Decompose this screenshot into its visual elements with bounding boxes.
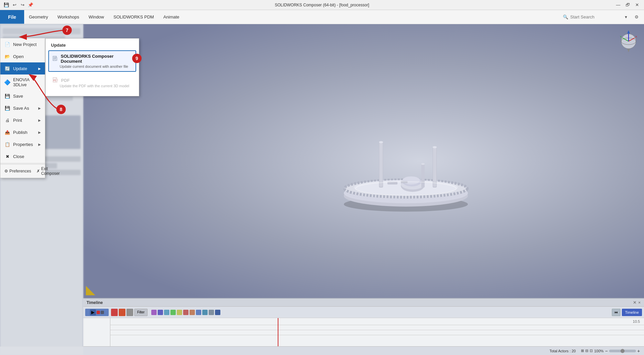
update-pdf-title: PDF PDF [52,77,132,83]
fm-save-as[interactable]: 💾 Save As ▶ [0,102,45,114]
fm-open-label: Open [13,54,41,59]
tl-orange-btn[interactable] [119,309,125,316]
search-input[interactable] [570,14,617,19]
publish-arrow: ▶ [38,131,41,134]
view-mode-icon-list[interactable]: ⊞ [581,349,584,353]
model-svg [335,115,476,216]
svg-text:Y: Y [620,35,622,38]
fm-preferences-link[interactable]: ⚙ Preferences [4,169,31,173]
svg-rect-14 [421,164,425,188]
file-menu-button[interactable]: File [0,10,24,24]
timeline-panel: Timeline ✕ × ▶ Filter [83,298,644,346]
zoom-slider[interactable] [609,350,636,352]
fm-new-project[interactable]: 📄 New Project [0,38,45,50]
new-project-icon: 📄 [4,41,10,47]
tl-red2-btn[interactable] [183,310,189,315]
fm-bottom-bar: ⚙ Preferences ✗ Exit Composer [0,164,45,178]
zoom-out-button[interactable]: − [605,348,608,354]
timeline-toolbar: ▶ Filter ⏮ T [83,307,644,318]
window-controls: — 🗗 ✕ [614,1,641,9]
fm-save[interactable]: 💾 Save [0,90,45,102]
menu-animate[interactable]: Animate [159,10,184,24]
menu-bar: File Geometry Workshops Window SOLIDWORK… [0,10,644,24]
settings-icon[interactable]: ⚙ [632,12,641,22]
close-window-button[interactable]: ✕ [633,1,641,9]
svg-point-10 [379,141,383,143]
timeline-maximize-button[interactable]: × [638,300,641,305]
composer-doc-icon [52,56,58,62]
tl-purple-btn[interactable] [151,310,157,315]
fm-print[interactable]: 🖨 Print ▶ [0,114,45,126]
print-icon: 🖨 [4,117,10,123]
zoom-fit-icon[interactable]: ⊡ [590,349,593,353]
svg-rect-9 [379,142,383,187]
menu-workshops[interactable]: Workshops [53,10,84,24]
tl-back-frame[interactable]: ⏮ [612,309,621,316]
fm-close-icon: ✖ [4,153,10,159]
tl-right-controls: ⏮ Timeline [612,309,642,316]
total-actors-label: Total Actors : 20 [549,349,576,353]
tl-blue-btn[interactable] [158,310,163,315]
file-menu-panel: 📄 New Project 📂 Open 🔄 Update ▶ 🔷 ENOVIA… [0,38,45,178]
fm-print-label: Print [13,118,36,123]
menu-geometry[interactable]: Geometry [24,10,53,24]
pin-icon[interactable]: 📌 [27,1,34,9]
menu-window[interactable]: Window [84,10,109,24]
timeline-play-section: ▶ [85,309,109,316]
tl-cyan-btn[interactable] [164,310,169,315]
update-pdf-option: PDF PDF Update the PDF with the current … [48,74,136,91]
fm-enovia[interactable]: 🔷 ENOVIA 3DLive [0,74,45,90]
svg-rect-32 [54,57,56,57]
menu-right-controls: ▾ ⚙ [621,10,644,24]
3d-model [335,115,476,217]
svg-rect-12 [433,147,436,187]
tl-red-btn[interactable] [111,309,118,316]
tl-blue2-btn[interactable] [196,310,201,315]
tl-navy-btn[interactable] [215,310,220,315]
fm-close[interactable]: ✖ Close [0,150,45,162]
minimize-button[interactable]: — [614,1,623,9]
publish-icon: 📤 [4,129,10,135]
fm-update[interactable]: 🔄 Update ▶ [0,62,45,74]
tl-yellow-btn[interactable] [177,310,182,315]
tl-green-btn[interactable] [170,310,176,315]
timeline-close-button[interactable]: ✕ [633,300,637,305]
fm-exit-link[interactable]: ✗ Exit Composer [37,166,60,176]
orientation-widget[interactable]: X Y Z [619,30,639,54]
view-mode-icon-grid[interactable]: ⊟ [585,349,588,353]
update-submenu-arrow: ▶ [38,67,41,70]
tl-gray-btn[interactable] [126,309,133,316]
tl-slate-btn[interactable] [209,310,214,315]
tl-timeline-btn[interactable]: Timeline [622,309,642,316]
save-quick-icon[interactable]: 💾 [3,1,10,9]
redo-icon[interactable]: ↪ [19,1,26,9]
tl-filter-btn[interactable]: Filter [134,309,148,316]
play-button[interactable]: ▶ [90,309,96,315]
corner-mark [86,286,95,295]
svg-rect-36 [56,57,57,60]
undo-icon[interactable]: ↩ [11,1,18,9]
record-button[interactable] [97,311,100,314]
fm-save-label: Save [13,94,41,99]
fm-divider [0,163,45,163]
update-composer-doc-option[interactable]: SOLIDWORKS Composer Document Update curr… [48,50,136,72]
svg-point-13 [433,146,437,148]
zoom-percent: 100% [594,349,603,353]
fm-publish[interactable]: 📤 Publish ▶ [0,126,45,138]
print-arrow: ▶ [38,118,41,122]
zoom-in-button[interactable]: + [637,348,640,354]
svg-rect-33 [54,58,56,58]
fm-properties[interactable]: 📋 Properties ▶ [0,138,45,150]
menu-solidworks-pdm[interactable]: SOLIDWORKS PDM [109,10,159,24]
save-icon: 💾 [4,93,10,99]
svg-point-15 [421,163,425,165]
stop-button[interactable] [101,311,104,314]
update-composer-doc-title: SOLIDWORKS Composer Document [52,54,132,64]
update-submenu-panel: Update SOLIDWORKS Composer Document Upda… [45,38,139,96]
tl-salmon-btn[interactable] [190,310,195,315]
chevron-down-icon[interactable]: ▾ [621,12,631,22]
restore-button[interactable]: 🗗 [623,1,632,9]
fm-open[interactable]: 📂 Open [0,50,45,62]
update-pdf-desc: Update the PDF with the current 3D model [52,84,132,88]
tl-teal-btn[interactable] [202,310,208,315]
